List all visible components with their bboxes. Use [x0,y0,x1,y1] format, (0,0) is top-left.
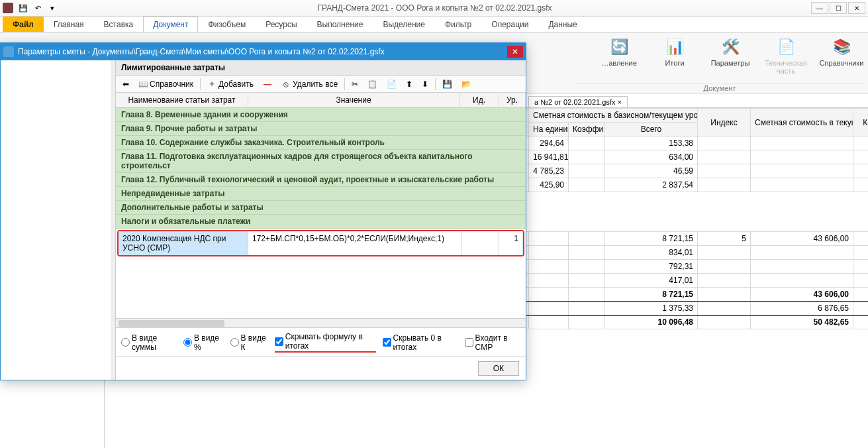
col-code: Код [853,109,869,137]
save-icon[interactable]: 💾 [17,2,29,14]
chapter-row[interactable]: Глава 12. Публичный технологический и це… [116,173,526,187]
plus-icon: ＋ [207,80,217,89]
qat-dropdown-icon[interactable]: ▾ [46,2,58,14]
paste-icon[interactable]: 📄 [384,78,399,90]
chapter-row[interactable]: Глава 10. Содержание службы заказчика. С… [116,136,526,150]
open-icon[interactable]: 📂 [459,78,474,90]
gear-icon: 🛠️ [720,36,741,58]
copy-icon[interactable]: 📋 [365,78,380,90]
tab-file[interactable]: Файл [3,17,44,32]
tab-data[interactable]: Данные [538,17,587,32]
col-coef: Коэффи… [569,123,605,137]
radio-sum[interactable]: В виде суммы [121,333,177,352]
chapter-row[interactable]: Непредвиденные затраты [116,187,526,201]
params-dialog: Параметры сметы - Документы\Гранд-Смета\… [0,42,526,380]
delete-icon: ⦸ [281,80,291,89]
handbook-button[interactable]: 📖Справочник [136,78,196,90]
ribbon-group-caption: Документ [574,83,865,93]
dialog-title: Параметры сметы - Документы\Гранд-Смета\… [18,47,385,56]
dialog-footer: В виде суммы В виде % В виде К Скрывать … [116,327,526,357]
undo-icon[interactable]: ↶ [32,2,44,14]
limit-entry-row[interactable]: 2020 Компенсация НДС при УСНО (СМР)172+Б… [117,230,524,256]
tab-resources[interactable]: Ресурсы [256,17,307,32]
remove-button[interactable]: — [260,78,275,90]
dialog-grid-header: Наименование статьи затрат Значение Ид. … [116,93,526,108]
col-level: Ур. [499,93,526,107]
horizontal-scrollbar[interactable] [116,318,526,327]
col-cur: Сметная стоимость в текущем уровне цен [751,109,853,137]
add-button[interactable]: ＋Добавить [205,78,256,90]
tab-operations[interactable]: Операции [481,17,538,32]
panel-header: Лимитированные затраты [116,60,526,76]
close-button[interactable]: ✕ [848,2,865,14]
chk-in-smr[interactable]: Входит в СМР [465,333,520,352]
col-group: Сметная стоимость в базисном/текущем уро… [529,109,698,123]
col-unit: На единицу [529,123,569,137]
cut-icon[interactable]: ✂ [349,78,361,90]
document-icon: 📄 [775,36,796,58]
minus-icon: — [263,80,272,89]
tab-physvolume[interactable]: Физобъем [198,17,256,32]
radio-percent[interactable]: В виде % [183,333,224,352]
entry-level: 1 [499,231,523,255]
quick-access-toolbar: 💾 ↶ ▾ [17,2,58,14]
col-total: Всего [605,123,698,137]
entry-name[interactable]: 2020 Компенсация НДС при УСНО (СМР) [119,231,248,255]
window-title: ГРАНД-Смета 2021 - ООО Рога и копыта №2 … [317,3,552,13]
chapter-row[interactable]: Дополнительные работы и затраты [116,201,526,215]
tab-insert[interactable]: Вставка [94,17,144,32]
chapter-row[interactable]: Глава 11. Подготовка эксплуатационных ка… [116,150,526,173]
tab-execution[interactable]: Выполнение [307,17,373,32]
document-tab[interactable]: а №2 от 02.02.2021.gsfx × [528,96,628,107]
dialog-icon [3,46,14,57]
app-icon [3,3,13,13]
tab-main[interactable]: Главная [44,17,94,32]
col-id: Ид. [459,93,499,107]
splitter[interactable] [111,60,116,380]
move-down-icon[interactable]: ⬇ [419,78,431,90]
dialog-titlebar[interactable]: Параметры сметы - Документы\Гранд-Смета\… [1,43,526,60]
titlebar: 💾 ↶ ▾ ГРАНД-Смета 2021 - ООО Рога и копы… [0,0,868,17]
minimize-button[interactable]: — [811,2,828,14]
dialog-rows[interactable]: Глава 8. Временные здания и сооруженияГл… [116,108,526,318]
book-icon: 📖 [138,80,148,89]
chk-hide-zero[interactable]: Скрывать 0 в итогах [383,333,458,352]
refresh-icon: 🔄 [608,36,630,58]
dialog-close-button[interactable]: ✕ [507,46,523,58]
chapter-row[interactable]: Глава 9. Прочие работы и затраты [116,122,526,136]
tab-document[interactable]: Документ [143,17,198,32]
ok-button[interactable]: ОК [478,361,519,376]
close-icon[interactable]: × [617,98,621,106]
maximize-button[interactable]: ☐ [830,2,847,14]
tab-filter[interactable]: Фильтр [435,17,481,32]
entry-value[interactable]: 172+БМ.СП*0,15+БМ.ОБ)*0,2*ЕСЛИ(БИМ;Индек… [248,231,462,255]
col-value: Значение [248,93,459,107]
col-name: Наименование статьи затрат [116,93,248,107]
totals-icon: 📊 [664,36,685,58]
dialog-toolbar: ⬅ 📖Справочник ＋Добавить — ⦸Удалить все ✂… [116,76,526,93]
col-index: Индекс [698,109,751,137]
books-icon: 📚 [831,36,852,58]
chapter-row[interactable]: Налоги и обязательные платежи [116,215,526,229]
ribbon-tabs: Файл Главная Вставка Документ Физобъем Р… [0,17,868,32]
radio-k[interactable]: В виде К [230,333,268,352]
chapter-row[interactable]: Глава 8. Временные здания и сооружения [116,108,526,122]
tab-selection[interactable]: Выделение [373,17,435,32]
save-icon[interactable]: 💾 [440,78,455,90]
move-up-icon[interactable]: ⬆ [403,78,415,90]
nav-back-icon[interactable]: ⬅ [120,78,132,90]
delete-all-button[interactable]: ⦸Удалить все [279,78,340,90]
chk-hide-formula[interactable]: Скрывать формулу в итогах [275,332,376,353]
